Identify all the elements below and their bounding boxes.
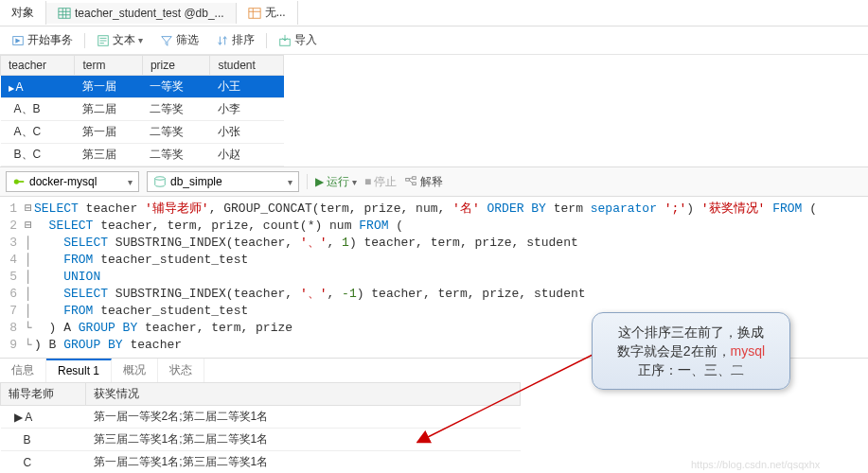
svg-rect-18 [413,183,416,185]
tab-untitled[interactable]: 无... [237,1,298,25]
explain-icon [404,175,417,188]
col-teacher[interactable]: teacher [1,56,75,76]
connection-bar: ▾ ▾ ▶ 运行 ▾ ■ 停止 解释 [0,166,868,197]
import-button[interactable]: 导入 [273,30,323,50]
svg-rect-17 [413,177,416,180]
table-icon [58,7,71,20]
filter-button[interactable]: 筛选 [154,30,204,50]
watermark: https://blog.csdn.net/qsqxhx [691,459,820,470]
begin-icon [11,34,25,47]
database-icon [153,175,167,188]
tab-objects[interactable]: 对象 [0,1,46,25]
tab-result-1[interactable]: Result 1 [46,359,112,382]
table-row[interactable]: C第一届二等奖1名;第三届二等奖1名 [1,451,521,474]
explain-button[interactable]: 解释 [404,174,443,190]
tab-info[interactable]: 信息 [0,359,46,382]
svg-point-14 [14,179,19,184]
col-student[interactable]: student [210,56,284,76]
text-icon [97,34,110,47]
svg-rect-5 [249,8,260,18]
top-tab-bar: 对象 teacher_student_test @db_... 无... [0,0,868,26]
toolbar: 开始事务 文本 ▾ 筛选 排序 导入 [0,26,868,55]
filter-icon [160,34,173,47]
result-grid[interactable]: 辅导老师 获奖情况 ▶ A第一届一等奖2名;第二届二等奖1名 B第三届二等奖1名… [0,382,521,473]
plug-icon [12,175,26,188]
run-button[interactable]: ▶ 运行 ▾ [315,174,357,190]
col-tutor[interactable]: 辅导老师 [1,383,86,406]
table-icon [248,7,261,20]
begin-transaction-button[interactable]: 开始事务 [6,30,79,50]
server-select[interactable]: ▾ [6,171,139,192]
tab-teacher-student-test[interactable]: teacher_student_test @db_... [46,3,237,24]
data-grid[interactable]: teacher term prize student A第一届一等奖小王 A、B… [0,55,284,166]
table-row[interactable]: B、C第三届二等奖小赵 [1,144,284,166]
import-icon [278,34,292,47]
tab-profile[interactable]: 概况 [112,359,158,382]
svg-rect-0 [59,8,70,18]
table-row[interactable]: ▶ A第一届一等奖2名;第二届二等奖1名 [1,406,521,429]
sort-button[interactable]: 排序 [210,30,260,50]
stop-button: ■ 停止 [364,174,397,190]
table-row[interactable]: B第三届二等奖1名;第二届二等奖1名 [1,429,521,451]
table-row[interactable]: A、B第二届二等奖小李 [1,98,284,121]
col-prize[interactable]: prize [142,56,210,76]
table-row[interactable]: A第一届一等奖小王 [1,76,284,98]
annotation-callout: 这个排序三在前了，换成 数字就会是2在前，mysql 正序：一、三、二 [592,312,790,390]
text-button[interactable]: 文本 ▾ [91,30,149,50]
col-awards[interactable]: 获奖情况 [86,383,521,406]
svg-rect-16 [406,179,410,182]
sort-icon [216,34,229,47]
svg-point-15 [155,177,166,181]
table-row[interactable]: A、C第一届二等奖小张 [1,121,284,144]
database-select[interactable]: ▾ [147,171,299,192]
tab-status[interactable]: 状态 [158,359,204,382]
col-term[interactable]: term [75,56,143,76]
